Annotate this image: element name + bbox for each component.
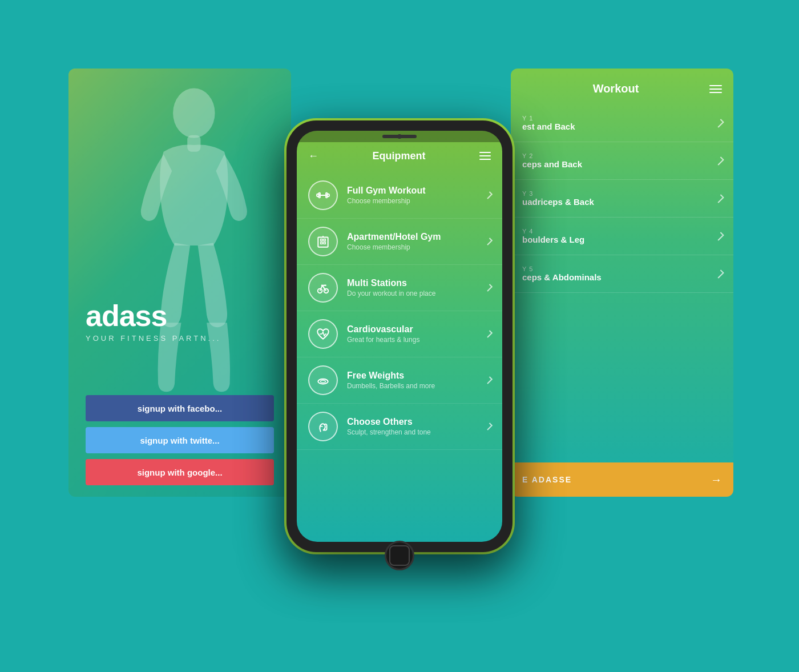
phone-menu-icon[interactable] [479, 152, 491, 160]
svg-rect-9 [324, 239, 325, 240]
signup-google-button[interactable]: signup with google... [86, 459, 274, 485]
dumbbell-icon [308, 180, 338, 210]
workout-day-3: Y 3 [522, 190, 594, 197]
menu-item-full-gym-title: Full Gym Workout [347, 186, 487, 196]
chevron-right-icon-5 [715, 269, 724, 279]
footer-text: E ADASSE [522, 475, 572, 484]
svg-rect-10 [321, 242, 322, 244]
menu-item-cardiovascular-title: Cardiovascular [347, 324, 487, 335]
signup-buttons: signup with facebo... signup with twitte… [68, 395, 291, 485]
brand-section: adass YOUR FITNESS PARTN... [86, 299, 221, 343]
phone-container: ← Equipment Full [297, 131, 502, 542]
menu-item-hotel-gym-text: Apartment/Hotel Gym Choose membership [347, 232, 487, 251]
svg-point-18 [321, 380, 326, 383]
chevron-right-icon-3 [715, 194, 724, 203]
right-card-header: Workout [511, 69, 733, 104]
building-icon [308, 227, 338, 256]
phone-header: ← Equipment [297, 142, 502, 168]
menu-item-multi-stations-title: Multi Stations [347, 278, 487, 288]
menu-item-full-gym-sub: Choose membership [347, 197, 487, 205]
menu-item-hotel-gym[interactable]: Apartment/Hotel Gym Choose membership [297, 219, 502, 265]
menu-item-multi-stations-text: Multi Stations Do your workout in one pl… [347, 278, 487, 297]
menu-item-free-weights[interactable]: Free Weights Dumbells, Barbells and more [297, 357, 502, 404]
chevron-right-icon-4 [715, 232, 724, 241]
back-icon[interactable]: ← [308, 150, 318, 162]
workout-name-2: ceps and Back [522, 159, 582, 169]
workout-name-3: uadriceps & Back [522, 197, 594, 207]
svg-point-0 [173, 88, 215, 138]
workout-day-4: Y 4 [522, 228, 584, 235]
phone-speaker [382, 135, 417, 138]
menu-item-multi-stations-sub: Do your workout in one place [347, 289, 487, 297]
workout-day-5: Y 5 [522, 265, 602, 272]
menu-item-full-gym-text: Full Gym Workout Choose membership [347, 186, 487, 205]
phone-screen: ← Equipment Full [297, 131, 502, 542]
workout-item-3[interactable]: Y 3 uadriceps & Back [511, 180, 733, 218]
right-card: Workout Y 1 est and Back Y 2 ceps and Ba… [511, 69, 733, 497]
footer-arrow-icon: → [711, 473, 722, 486]
workout-name-1: est and Back [522, 122, 575, 131]
svg-rect-11 [324, 242, 325, 244]
menu-item-choose-others-text: Choose Others Sculpt, strengthen and ton… [347, 417, 487, 436]
menu-item-cardiovascular-sub: Great for hearts & lungs [347, 336, 487, 344]
menu-item-hotel-gym-sub: Choose membership [347, 243, 487, 251]
workout-day-1: Y 1 [522, 115, 575, 122]
brand-tagline: YOUR FITNESS PARTN... [86, 334, 221, 343]
workout-day-2: Y 2 [522, 152, 582, 159]
phone-top-bar [297, 131, 502, 142]
signup-twitter-button[interactable]: signup with twitte... [86, 427, 274, 453]
menu-item-choose-others-title: Choose Others [347, 417, 487, 427]
menu-item-free-weights-text: Free Weights Dumbells, Barbells and more [347, 371, 487, 390]
right-card-footer[interactable]: E ADASSE → [511, 462, 733, 497]
heart-icon [308, 319, 338, 349]
weights-icon [308, 365, 338, 395]
workout-item-4[interactable]: Y 4 boulders & Leg [511, 218, 733, 255]
arm-icon [308, 412, 338, 441]
chevron-right-icon-1 [715, 119, 724, 128]
person-figure [80, 80, 291, 411]
menu-item-choose-others-sub: Sculpt, strengthen and tone [347, 428, 487, 436]
left-card: adass YOUR FITNESS PARTN... signup with … [68, 69, 291, 497]
menu-item-cardiovascular[interactable]: Cardiovascular Great for hearts & lungs [297, 311, 502, 357]
menu-item-choose-others[interactable]: Choose Others Sculpt, strengthen and ton… [297, 404, 502, 450]
workout-list: Y 1 est and Back Y 2 ceps and Back Y 3 u… [511, 104, 733, 293]
phone-home-inner [389, 545, 410, 566]
menu-item-cardiovascular-text: Cardiovascular Great for hearts & lungs [347, 324, 487, 344]
menu-item-full-gym[interactable]: Full Gym Workout Choose membership [297, 172, 502, 219]
signup-facebook-button[interactable]: signup with facebo... [86, 395, 274, 421]
workout-name-5: ceps & Abdominals [522, 272, 602, 282]
bike-icon [308, 273, 338, 303]
svg-rect-7 [318, 237, 328, 247]
menu-item-multi-stations[interactable]: Multi Stations Do your workout in one pl… [297, 265, 502, 311]
workout-item-5[interactable]: Y 5 ceps & Abdominals [511, 255, 733, 293]
brand-name: adass [86, 299, 221, 333]
phone-home-button[interactable] [385, 541, 414, 570]
workout-item-2[interactable]: Y 2 ceps and Back [511, 142, 733, 180]
chevron-right-icon-2 [715, 156, 724, 166]
phone-title: Equipment [373, 150, 426, 162]
menu-item-free-weights-sub: Dumbells, Barbells and more [347, 382, 487, 390]
menu-item-hotel-gym-title: Apartment/Hotel Gym [347, 232, 487, 242]
right-card-title: Workout [593, 82, 639, 95]
hamburger-icon[interactable] [709, 85, 722, 93]
menu-item-free-weights-title: Free Weights [347, 371, 487, 381]
phone-menu-list: Full Gym Workout Choose membership [297, 168, 502, 454]
svg-rect-8 [321, 239, 322, 240]
workout-item-1[interactable]: Y 1 est and Back [511, 104, 733, 142]
workout-name-4: boulders & Leg [522, 235, 584, 244]
